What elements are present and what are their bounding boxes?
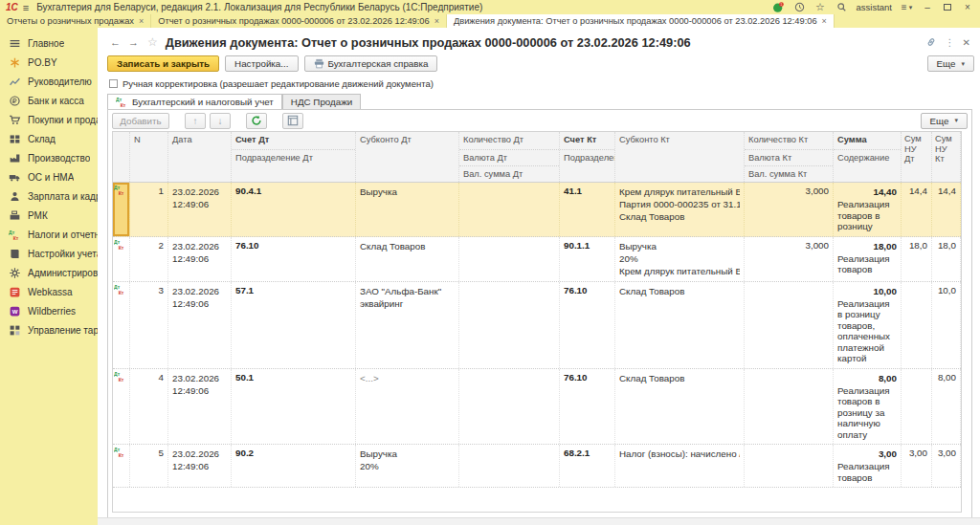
cell-quantity-kt[interactable] xyxy=(745,369,834,445)
cell-account-dt[interactable]: 57.1 xyxy=(232,282,356,368)
kebab-menu-icon[interactable]: ⋮ xyxy=(946,37,955,48)
cell-sum-nu-dt[interactable]: 3,00 xyxy=(902,445,932,487)
table-row[interactable]: ДтКт 3 23.02.202612:49:06 57.1 ЗАО "Альф… xyxy=(113,282,961,369)
cell-subkonto-kt[interactable]: Склад Товаров xyxy=(615,369,745,445)
tab-vat-sales[interactable]: НДС Продажи xyxy=(282,94,361,109)
cell-amount[interactable]: 14,40Реализация товаров в розницу xyxy=(834,183,902,236)
sidebar-item-coin[interactable]: Банк и касса xyxy=(0,91,98,110)
search-icon[interactable] xyxy=(835,1,848,13)
cell-sum-nu-kt[interactable]: 8,00 xyxy=(932,369,961,445)
cell-sum-nu-dt[interactable]: 14,4 xyxy=(902,183,932,236)
sidebar-item-asterisk[interactable]: PO.BY xyxy=(0,53,98,72)
cell-quantity-kt[interactable] xyxy=(745,445,834,487)
cell-amount[interactable]: 18,00Реализация товаров xyxy=(834,237,902,281)
cell-sum-nu-dt[interactable]: 18,0 xyxy=(902,237,932,281)
close-tab-icon[interactable]: × xyxy=(139,16,144,26)
close-window-button[interactable]: × xyxy=(962,2,973,12)
form-more-button[interactable]: Еще▾ xyxy=(927,55,974,72)
sidebar-item-webkassa[interactable]: Webkassa xyxy=(0,282,98,301)
sidebar-item-truck[interactable]: ОС и НМА xyxy=(0,167,98,186)
cell-quantity-dt[interactable] xyxy=(459,445,560,487)
close-tab-icon[interactable]: × xyxy=(822,16,827,26)
table-more-button[interactable]: Еще▾ xyxy=(921,113,968,129)
window-tab-1[interactable]: Отчеты о розничных продажах × xyxy=(0,14,151,28)
cell-quantity-kt[interactable]: 3,000 xyxy=(745,237,834,281)
cell-account-kt[interactable]: 76.10 xyxy=(560,282,615,368)
cell-account-dt[interactable]: 50.1 xyxy=(232,369,356,445)
minimize-button[interactable]: – xyxy=(922,2,933,12)
add-button[interactable]: Добавить xyxy=(112,113,169,129)
refresh-icon[interactable] xyxy=(246,113,267,129)
service-menu-icon[interactable]: ≡▾ xyxy=(901,1,913,13)
sidebar-item-book[interactable]: Настройки учета xyxy=(0,244,98,263)
tab-accounting-tax[interactable]: ДтКт Бухгалтерский и налоговый учет xyxy=(107,94,282,109)
cell-date[interactable]: 23.02.202612:49:06 xyxy=(168,445,232,487)
window-tab-3[interactable]: Движения документа: Отчет о розничных пр… xyxy=(447,14,835,28)
cell-row-number[interactable]: 1 xyxy=(130,183,168,236)
cell-row-number[interactable]: 3 xyxy=(130,282,168,368)
cell-subkonto-kt[interactable]: Выручка20%Крем длярук питательный BLOOM … xyxy=(615,237,745,281)
cell-sum-nu-dt[interactable] xyxy=(902,282,932,368)
close-form-icon[interactable]: ✕ xyxy=(963,37,970,48)
cell-sum-nu-dt[interactable] xyxy=(902,369,932,445)
cell-account-dt[interactable]: 90.2 xyxy=(232,445,356,487)
sidebar-item-person[interactable]: Зарплата и кадры xyxy=(0,186,98,206)
cell-subkonto-kt[interactable]: Налог (взносы): начислено / уплачено xyxy=(615,445,745,487)
move-up-icon[interactable]: ↑ xyxy=(185,113,206,129)
discussions-icon[interactable]: 1 xyxy=(772,1,785,13)
cell-account-kt[interactable]: 41.1 xyxy=(560,183,615,236)
main-menu-icon[interactable]: ≡ xyxy=(23,2,29,13)
table-row[interactable]: ДтКт 1 23.02.202612:49:06 90.4.1 Выручка… xyxy=(113,183,961,237)
cell-row-number[interactable]: 4 xyxy=(130,369,168,445)
accounting-note-button[interactable]: Бухгалтерская справка xyxy=(304,55,438,72)
cell-account-dt[interactable]: 76.10 xyxy=(232,237,356,281)
cell-subkonto-kt[interactable]: Склад Товаров xyxy=(615,282,745,368)
cell-account-kt[interactable]: 68.2.1 xyxy=(560,445,615,487)
sidebar-item-chart[interactable]: Руководителю xyxy=(0,72,98,91)
sidebar-item-menu[interactable]: Главное xyxy=(0,33,98,53)
cell-account-kt[interactable]: 76.10 xyxy=(560,369,615,445)
cell-row-number[interactable]: 5 xyxy=(130,445,168,487)
cell-subkonto-dt[interactable]: Выручка xyxy=(356,183,459,236)
cell-quantity-kt[interactable]: 3,000 xyxy=(745,183,834,236)
close-tab-icon[interactable]: × xyxy=(434,16,439,26)
cell-date[interactable]: 23.02.202612:49:06 xyxy=(168,369,232,445)
sidebar-item-gear[interactable]: Администрирование xyxy=(0,263,98,282)
save-and-close-button[interactable]: Записать и закрыть xyxy=(107,55,219,72)
cell-date[interactable]: 23.02.202612:49:06 xyxy=(168,237,232,281)
manual-adjustment-checkbox[interactable] xyxy=(109,79,118,88)
cell-account-kt[interactable]: 90.1.1 xyxy=(560,237,615,281)
cell-subkonto-kt[interactable]: Крем длярук питательный BLOOM с...Партия… xyxy=(615,183,745,236)
table-row[interactable]: ДтКт 5 23.02.202612:49:06 90.2 Выручка20… xyxy=(113,445,961,488)
cell-quantity-dt[interactable] xyxy=(459,183,560,236)
cell-date[interactable]: 23.02.202612:49:06 xyxy=(168,183,232,236)
cell-amount[interactable]: 8,00Реализация товаров в розницу за нали… xyxy=(834,369,902,445)
get-link-icon[interactable] xyxy=(925,36,938,49)
cell-sum-nu-kt[interactable]: 10,0 xyxy=(932,282,961,368)
cell-subkonto-dt[interactable]: ЗАО "Альфа-Банк"эквайринг xyxy=(356,282,459,368)
window-tab-2[interactable]: Отчет о розничных продажах 0000-000006 о… xyxy=(151,14,447,28)
sidebar-item-tariff[interactable]: Управление тарифом xyxy=(0,320,98,339)
sidebar-item-dtkt[interactable]: ДтКт Налоги и отчетность xyxy=(0,225,98,244)
cell-account-dt[interactable]: 90.4.1 xyxy=(232,183,356,236)
cell-sum-nu-kt[interactable]: 3,00 xyxy=(932,445,961,487)
maximize-button[interactable] xyxy=(942,2,953,12)
back-arrow-icon[interactable]: ← xyxy=(109,36,122,48)
sidebar-item-factory[interactable]: Производство xyxy=(0,148,98,167)
current-user[interactable]: assistant xyxy=(857,2,893,12)
cell-subkonto-dt[interactable]: <...> xyxy=(356,369,459,445)
output-list-icon[interactable] xyxy=(282,113,303,129)
cell-row-number[interactable]: 2 xyxy=(130,237,168,281)
table-row[interactable]: ДтКт 4 23.02.202612:49:06 50.1 <...> 76.… xyxy=(113,369,961,446)
sidebar-item-wildberries[interactable]: W Wildberries xyxy=(0,301,98,320)
favorite-star-icon[interactable]: ☆ xyxy=(147,35,158,49)
cell-amount[interactable]: 10,00Реализация в розницу товаров, оплач… xyxy=(834,282,902,368)
sidebar-item-warehouse[interactable]: Склад xyxy=(0,129,98,148)
cell-amount[interactable]: 3,00Реализация товаров xyxy=(834,445,902,487)
table-row[interactable]: ДтКт 2 23.02.202612:49:06 76.10 Склад То… xyxy=(113,237,961,282)
cell-subkonto-dt[interactable]: Склад Товаров xyxy=(356,237,459,281)
sidebar-item-cart[interactable]: Покупки и продажи xyxy=(0,110,98,129)
cell-subkonto-dt[interactable]: Выручка20% xyxy=(356,445,459,487)
cell-quantity-dt[interactable] xyxy=(459,282,560,368)
cell-date[interactable]: 23.02.202612:49:06 xyxy=(168,282,232,368)
